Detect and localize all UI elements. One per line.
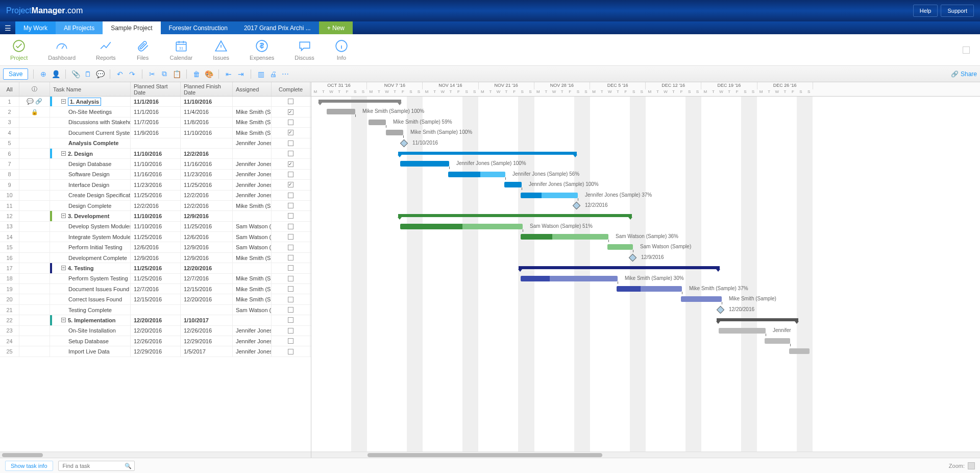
gantt-summary-bar[interactable] — [717, 318, 798, 321]
complete-checkbox[interactable] — [288, 109, 293, 115]
gantt-summary-bar[interactable] — [318, 100, 401, 103]
gantt-bar[interactable] — [386, 130, 403, 135]
gantt-bar[interactable] — [719, 328, 766, 334]
help-button[interactable]: Help — [913, 5, 938, 17]
gantt-bar[interactable] — [521, 276, 618, 281]
share-button[interactable]: 🔗Share — [951, 70, 977, 78]
table-row[interactable]: 8Software Design11/16/201611/23/2016Jenn… — [0, 170, 311, 180]
complete-checkbox[interactable] — [288, 182, 293, 187]
note-icon[interactable]: 🗒 — [83, 69, 92, 79]
menu-icon[interactable]: ☰ — [0, 21, 15, 34]
save-button[interactable]: Save — [3, 68, 28, 80]
table-row[interactable]: 14Integrate System Module11/25/201612/6/… — [0, 232, 311, 242]
gantt-bar[interactable] — [681, 296, 722, 302]
tab-my-work[interactable]: My Work — [15, 21, 56, 34]
complete-checkbox[interactable] — [288, 203, 293, 208]
delete-icon[interactable]: 🗑 — [192, 69, 201, 79]
tab-grandprix[interactable]: 2017 Grand Prix Archi ... — [236, 21, 319, 34]
table-row[interactable]: 5Analysis CompleteJennifer Jones — [0, 138, 311, 149]
complete-checkbox[interactable] — [288, 234, 293, 240]
gantt-milestone[interactable] — [573, 202, 581, 210]
nav-issues[interactable]: Issues — [213, 39, 229, 61]
col-finish[interactable]: Planned Finish Date — [181, 82, 233, 96]
complete-checkbox[interactable] — [288, 224, 293, 229]
table-row[interactable]: 4Document Current Syster11/9/201611/10/2… — [0, 128, 311, 138]
gantt-bar[interactable] — [607, 244, 633, 250]
table-row[interactable]: 18Perform System Testing11/25/201612/7/2… — [0, 274, 311, 284]
col-start[interactable]: Planned Start Date — [131, 82, 181, 96]
gantt-milestone[interactable] — [400, 139, 408, 147]
outdent-icon[interactable]: ⇤ — [224, 69, 233, 79]
tab-forester[interactable]: Forester Construction — [161, 21, 236, 34]
complete-checkbox[interactable] — [288, 130, 293, 135]
gantt-bar[interactable] — [521, 234, 608, 240]
undo-icon[interactable]: ↶ — [115, 69, 125, 79]
table-row[interactable]: 15Perform Initial Testing12/6/201612/9/2… — [0, 242, 311, 252]
table-row[interactable]: 21Testing CompleteSam Watson (S — [0, 305, 311, 315]
gantt-bar[interactable] — [448, 172, 505, 177]
gantt-bar[interactable] — [765, 338, 790, 344]
complete-checkbox[interactable] — [288, 213, 293, 219]
table-row[interactable]: 9Interface Design11/23/201611/25/2016Jen… — [0, 180, 311, 190]
redo-icon[interactable]: ↷ — [128, 69, 137, 79]
zoom-control[interactable]: Zoom: — [949, 462, 975, 469]
copy-icon[interactable]: ⧉ — [160, 69, 169, 79]
gantt-milestone[interactable] — [629, 254, 637, 262]
complete-checkbox[interactable] — [288, 161, 293, 167]
person-icon[interactable]: 👤 — [51, 69, 60, 79]
tab-all-projects[interactable]: All Projects — [56, 21, 103, 34]
col-task-name[interactable]: Task Name — [50, 82, 131, 96]
complete-checkbox[interactable] — [288, 255, 293, 261]
gantt-bar[interactable] — [400, 161, 449, 167]
complete-checkbox[interactable] — [288, 99, 293, 104]
complete-checkbox[interactable] — [288, 307, 293, 313]
table-row[interactable]: 20Correct Issues Found12/15/201612/20/20… — [0, 294, 311, 304]
indent-icon[interactable]: ⇥ — [236, 69, 246, 79]
nav-files[interactable]: Files — [136, 39, 150, 61]
gantt-bar[interactable] — [617, 286, 682, 292]
col-assigned[interactable]: Assigned — [233, 82, 272, 96]
table-row[interactable]: 13Develop System Modules11/10/201611/25/… — [0, 222, 311, 232]
complete-checkbox[interactable] — [288, 349, 293, 354]
table-row[interactable]: 16Development Complete12/9/201612/9/2016… — [0, 253, 311, 263]
nav-expenses[interactable]: Expenses — [250, 39, 274, 61]
table-row[interactable]: 7Design Database11/10/201611/16/2016Jenn… — [0, 159, 311, 169]
complete-checkbox[interactable] — [288, 317, 293, 323]
table-row[interactable]: 12−3. Development11/10/201612/9/2016 — [0, 211, 311, 221]
gantt-bar[interactable] — [504, 182, 522, 187]
complete-checkbox[interactable] — [288, 276, 293, 281]
tab-new[interactable]: + New — [319, 21, 353, 34]
complete-checkbox[interactable] — [288, 151, 293, 156]
complete-checkbox[interactable] — [288, 245, 293, 250]
tab-sample-project[interactable]: Sample Project — [103, 21, 160, 34]
nav-project[interactable]: Project — [10, 39, 28, 61]
cut-icon[interactable]: ✂ — [148, 69, 157, 79]
complete-checkbox[interactable] — [288, 328, 293, 334]
comment-icon[interactable]: 💬 — [95, 69, 105, 79]
complete-checkbox[interactable] — [288, 193, 293, 198]
grid-hscroll[interactable] — [0, 452, 311, 458]
show-task-info-button[interactable]: Show task info — [5, 461, 53, 471]
table-row[interactable]: 10Create Design Specificati11/25/201612/… — [0, 191, 311, 201]
table-row[interactable]: 1💬🔗−1. Analysis11/1/201611/10/2016 — [0, 97, 311, 107]
complete-checkbox[interactable] — [288, 286, 293, 292]
add-icon[interactable]: ⊕ — [39, 69, 48, 79]
complete-checkbox[interactable] — [288, 140, 293, 146]
attach-icon[interactable]: 📎 — [71, 69, 80, 79]
find-task-input[interactable] — [58, 461, 135, 471]
table-row[interactable]: 25Import Live Data12/29/20161/5/2017Jenn… — [0, 346, 311, 357]
table-row[interactable]: 2🔒On-Site Meetings11/1/201611/4/2016Mike… — [0, 107, 311, 117]
gantt-summary-bar[interactable] — [398, 214, 632, 217]
complete-checkbox[interactable] — [288, 338, 293, 344]
table-row[interactable]: 11Design Complete12/2/201612/2/2016Mike … — [0, 201, 311, 211]
minimize-icon[interactable] — [963, 46, 970, 54]
nav-calendar[interactable]: 31Calendar — [170, 39, 193, 61]
gantt-bar[interactable] — [327, 109, 355, 114]
palette-icon[interactable]: 🎨 — [204, 69, 213, 79]
paste-icon[interactable]: 📋 — [172, 69, 181, 79]
nav-reports[interactable]: Reports — [96, 39, 116, 61]
table-row[interactable]: 23On-Site Installation12/20/201612/26/20… — [0, 326, 311, 336]
complete-checkbox[interactable] — [288, 120, 293, 125]
nav-discuss[interactable]: Discuss — [295, 39, 314, 61]
gantt-bar[interactable] — [521, 193, 578, 198]
